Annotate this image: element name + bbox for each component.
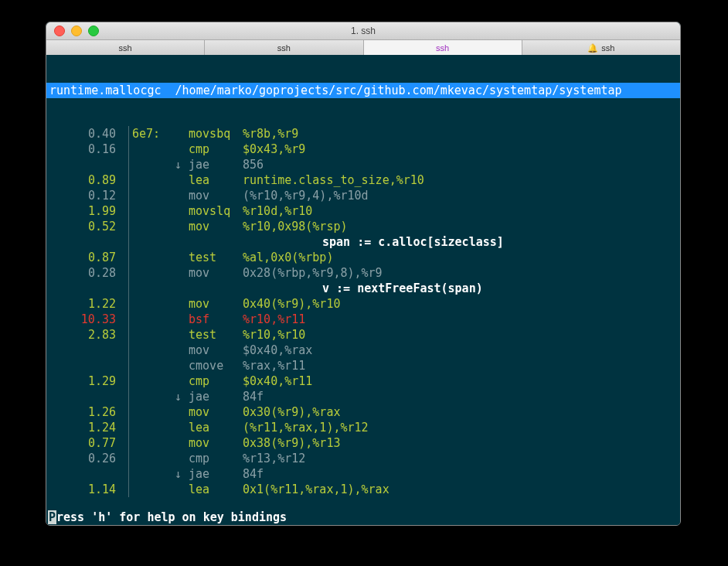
terminal-body[interactable]: runtime.mallocgc /home/marko/goprojects/… xyxy=(46,55,680,525)
operands: %rax,%r11 xyxy=(243,358,305,373)
tab-1[interactable]: ssh xyxy=(205,40,363,56)
asm-line[interactable]: ↓ jae 856 xyxy=(46,157,680,172)
address-column: 6e7: xyxy=(129,126,169,142)
address-column xyxy=(129,451,169,466)
asm-line[interactable]: 1.24 lea (%r11,%rax,1),%r12 xyxy=(46,420,680,435)
tab-label: ssh xyxy=(601,40,614,56)
address-column xyxy=(129,343,169,358)
mnemonic: jae xyxy=(189,466,243,482)
asm-line[interactable]: 1.22 mov 0x40(%r9),%r10 xyxy=(46,296,680,312)
footer-rest: ress 'h' for help on key bindings xyxy=(56,510,287,524)
asm-line[interactable]: 0.12 mov (%r10,%r9,4),%r10d xyxy=(46,188,680,203)
percent-column: 0.12 xyxy=(46,188,128,203)
operands: %r10,0x98(%rsp) xyxy=(243,219,347,234)
mnemonic: lea xyxy=(189,420,243,435)
mnemonic: lea xyxy=(189,482,243,497)
window-title: 1. ssh xyxy=(46,26,680,36)
function-name: runtime.mallocgc xyxy=(49,84,162,97)
asm-line[interactable]: 0.16 cmp $0x43,%r9 xyxy=(46,142,680,157)
asm-line[interactable]: 1.14 lea 0x1(%r11,%rax,1),%rax xyxy=(46,482,680,497)
jump-arrow-icon xyxy=(169,343,182,358)
asm-line[interactable]: cmove %rax,%r11 xyxy=(46,358,680,373)
address-column xyxy=(129,250,169,265)
percent-column xyxy=(46,281,128,296)
jump-arrow-icon xyxy=(169,373,182,389)
address-column xyxy=(129,389,169,404)
percent-column xyxy=(46,343,128,358)
operands: 0x1(%r11,%rax,1),%rax xyxy=(243,482,390,497)
jump-arrow-icon xyxy=(169,296,182,312)
operands: %r8b,%r9 xyxy=(243,126,298,142)
asm-line[interactable]: 0.28 mov 0x28(%rbp,%r9,8),%r9 xyxy=(46,265,680,281)
jump-arrow-icon xyxy=(169,451,182,466)
mnemonic: mov xyxy=(189,265,243,281)
operands: $0x43,%r9 xyxy=(243,142,305,157)
mnemonic: mov xyxy=(189,219,243,234)
percent-column xyxy=(46,389,128,404)
jump-arrow-icon xyxy=(169,358,182,373)
asm-line[interactable]: 0.89 lea runtime.class_to_size,%r10 xyxy=(46,172,680,188)
mnemonic: cmp xyxy=(189,373,243,389)
tab-3[interactable]: 🔔 ssh xyxy=(522,40,680,56)
percent-column xyxy=(46,466,128,482)
jump-arrow-icon xyxy=(169,435,182,451)
mnemonic: mov xyxy=(189,296,243,312)
jump-arrow-icon xyxy=(169,219,182,234)
asm-line[interactable]: 0.26 cmp %r13,%r12 xyxy=(46,451,680,466)
asm-line[interactable]: 0.406e7: movsbq %r8b,%r9 xyxy=(46,126,680,142)
operands: %r13,%r12 xyxy=(243,451,305,466)
mnemonic: cmp xyxy=(189,142,243,157)
source-comment-line[interactable]: v := nextFreeFast(span) xyxy=(46,281,680,296)
mnemonic: jae xyxy=(189,157,243,172)
operands: 0x30(%r9),%rax xyxy=(243,404,340,420)
operands: 84f xyxy=(243,389,264,404)
jump-arrow-icon xyxy=(169,203,182,219)
asm-line[interactable]: 1.29 cmp $0x40,%r11 xyxy=(46,373,680,389)
percent-column xyxy=(46,358,128,373)
percent-column: 10.33 xyxy=(46,312,128,327)
source-comment-line[interactable]: span := c.alloc[sizeclass] xyxy=(46,234,680,250)
mnemonic: mov xyxy=(189,435,243,451)
asm-line[interactable]: 0.77 mov 0x38(%r9),%r13 xyxy=(46,435,680,451)
percent-column xyxy=(46,234,128,250)
operands: (%r10,%r9,4),%r10d xyxy=(243,188,369,203)
asm-line[interactable]: 2.83 test %r10,%r10 xyxy=(46,327,680,343)
address-column xyxy=(129,358,169,373)
asm-line[interactable]: ↓ jae 84f xyxy=(46,466,680,482)
jump-arrow-icon xyxy=(169,327,182,343)
operands: %al,0x0(%rbp) xyxy=(243,250,333,265)
tab-0[interactable]: ssh xyxy=(46,40,205,56)
tab-2[interactable]: ssh xyxy=(364,40,522,56)
jump-arrow-icon: ↓ xyxy=(169,389,182,404)
annotate-header: runtime.mallocgc /home/marko/goprojects/… xyxy=(46,83,680,98)
address-column xyxy=(129,435,169,451)
address-column xyxy=(129,312,169,327)
titlebar[interactable]: 1. ssh xyxy=(46,22,680,40)
operands: %r10d,%r10 xyxy=(243,203,312,219)
percent-column: 0.89 xyxy=(46,172,128,188)
percent-column: 0.40 xyxy=(46,126,128,142)
asm-line[interactable]: 10.33 bsf %r10,%r11 xyxy=(46,312,680,327)
percent-column: 0.87 xyxy=(46,250,128,265)
asm-line[interactable]: 0.87 test %al,0x0(%rbp) xyxy=(46,250,680,265)
tab-label: ssh xyxy=(277,40,291,56)
percent-column: 1.14 xyxy=(46,482,128,497)
jump-arrow-icon xyxy=(169,265,182,281)
operands: (%r11,%rax,1),%r12 xyxy=(243,420,369,435)
percent-column: 2.83 xyxy=(46,327,128,343)
asm-line[interactable]: 1.26 mov 0x30(%r9),%rax xyxy=(46,404,680,420)
mnemonic: mov xyxy=(189,343,243,358)
operands: $0x40,%rax xyxy=(243,343,312,358)
jump-arrow-icon xyxy=(169,142,182,157)
asm-line[interactable]: 1.99 movslq %r10d,%r10 xyxy=(46,203,680,219)
asm-line[interactable]: mov $0x40,%rax xyxy=(46,343,680,358)
mnemonic: jae xyxy=(189,389,243,404)
address-column xyxy=(129,203,169,219)
address-column xyxy=(129,172,169,188)
address-column xyxy=(129,327,169,343)
jump-arrow-icon xyxy=(169,404,182,420)
jump-arrow-icon: ↓ xyxy=(169,157,182,172)
asm-line[interactable]: ↓ jae 84f xyxy=(46,389,680,404)
percent-column: 1.22 xyxy=(46,296,128,312)
asm-line[interactable]: 0.52 mov %r10,0x98(%rsp) xyxy=(46,219,680,234)
